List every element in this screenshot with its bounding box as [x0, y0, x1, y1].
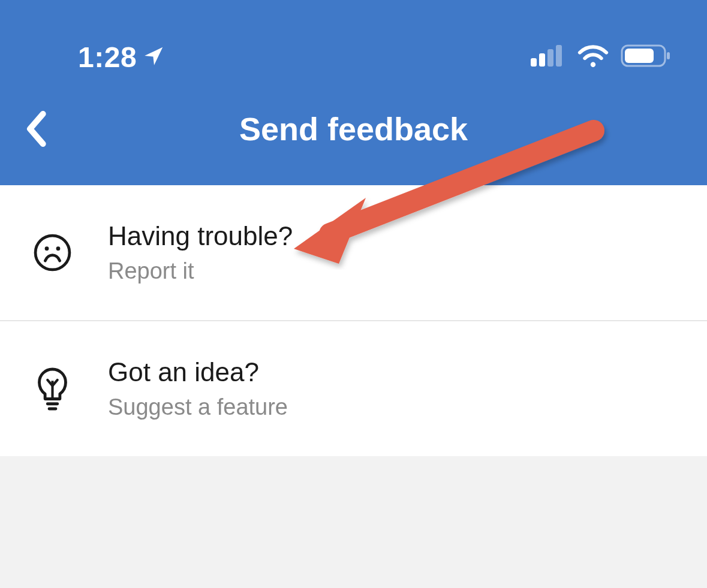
lightbulb-icon [33, 369, 72, 408]
svg-point-8 [45, 246, 49, 251]
header: 1:28 [0, 0, 707, 185]
location-icon [143, 41, 166, 74]
battery-icon [621, 44, 671, 70]
nav-bar: Send feedback [0, 78, 707, 180]
status-bar: 1:28 [0, 0, 707, 78]
svg-rect-3 [556, 45, 562, 67]
content: Having trouble? Report it Got an idea? S… [0, 185, 707, 456]
list-item-subtitle: Suggest a feature [108, 394, 288, 420]
list-item-report-trouble[interactable]: Having trouble? Report it [0, 185, 707, 321]
back-button[interactable] [18, 108, 54, 150]
wifi-icon [577, 44, 609, 70]
svg-rect-6 [667, 52, 670, 59]
list-text: Got an idea? Suggest a feature [108, 357, 288, 420]
page-title: Send feedback [0, 110, 707, 147]
svg-point-9 [56, 246, 61, 251]
status-time: 1:28 [78, 41, 137, 74]
status-right [531, 44, 671, 70]
svg-rect-2 [547, 49, 553, 67]
list-item-subtitle: Report it [108, 258, 293, 284]
sad-face-icon [33, 233, 72, 272]
list-item-title: Got an idea? [108, 357, 288, 387]
list-text: Having trouble? Report it [108, 221, 293, 284]
svg-rect-0 [531, 58, 537, 67]
cellular-signal-icon [531, 45, 565, 69]
list-item-suggest-feature[interactable]: Got an idea? Suggest a feature [0, 321, 707, 456]
svg-point-7 [35, 236, 70, 270]
svg-rect-5 [625, 49, 654, 63]
svg-rect-1 [539, 53, 545, 67]
list-item-title: Having trouble? [108, 221, 293, 251]
status-left: 1:28 [78, 41, 166, 74]
footer-space [0, 456, 707, 576]
